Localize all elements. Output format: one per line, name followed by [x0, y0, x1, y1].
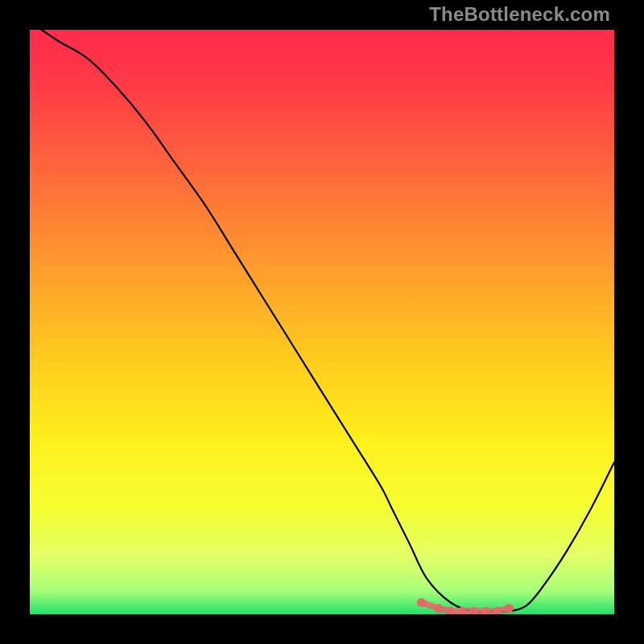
chart-frame: TheBottleneck.com	[0, 0, 644, 644]
svg-point-1	[435, 604, 444, 613]
plot-area	[30, 30, 614, 614]
gradient-background	[30, 30, 614, 614]
watermark-text: TheBottleneck.com	[429, 3, 610, 26]
svg-point-0	[417, 598, 426, 607]
chart-svg	[30, 30, 614, 614]
svg-point-7	[505, 604, 514, 613]
